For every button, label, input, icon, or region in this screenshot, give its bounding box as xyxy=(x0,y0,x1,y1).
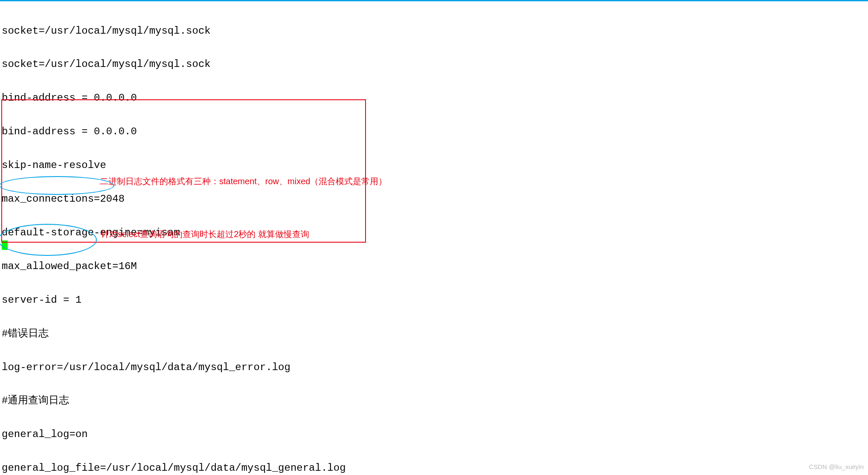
config-line: log-error=/usr/local/mysql/data/mysql_er… xyxy=(2,362,866,373)
watermark-text: CSDN @liu_xueyin xyxy=(809,461,864,472)
config-line: max_allowed_packet=16M xyxy=(2,261,866,272)
config-line: server-id = 1 xyxy=(2,295,866,306)
config-line: socket=/usr/local/mysql/mysql.sock xyxy=(2,59,866,70)
vim-editor-viewport[interactable]: socket=/usr/local/mysql/mysql.sock socke… xyxy=(0,1,868,475)
config-line: socket=/usr/local/mysql/mysql.sock xyxy=(2,26,866,37)
annotation-long-query: 针对select查询语句的查询时长超过2秒的 就算做慢查询 xyxy=(101,229,309,240)
highlight-ellipse-binlog xyxy=(0,176,114,195)
text-cursor xyxy=(2,240,8,250)
config-line: bind-address = 0.0.0.0 xyxy=(2,93,866,104)
config-line: #错误日志 xyxy=(2,328,866,339)
config-line: general_log_file=/usr/local/mysql/data/m… xyxy=(2,463,866,474)
config-line: general_log=on xyxy=(2,429,866,440)
config-line: bind-address = 0.0.0.0 xyxy=(2,126,866,137)
annotation-binlog-format: 二进制日志文件的格式有三种：statement、row、mixed（混合模式是常… xyxy=(100,176,387,187)
config-line: skip-name-resolve xyxy=(2,160,866,171)
config-line: max_connections=2048 xyxy=(2,194,866,205)
config-line: #通用查询日志 xyxy=(2,395,866,406)
